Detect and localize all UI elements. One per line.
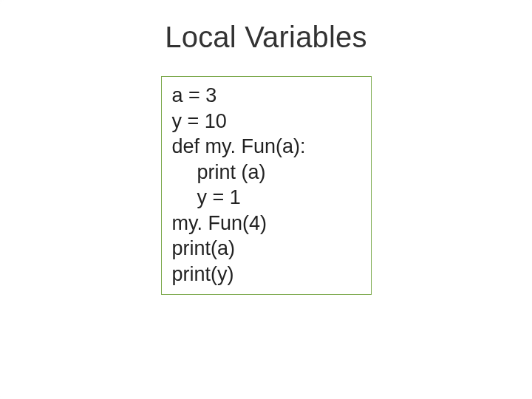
code-line: y = 10 [172, 109, 361, 134]
code-line: print(y) [172, 262, 361, 287]
code-line: print (a) [172, 160, 361, 185]
slide: Local Variables a = 3 y = 10 def my. Fun… [0, 0, 532, 399]
code-box: a = 3 y = 10 def my. Fun(a): print (a) y… [161, 76, 372, 295]
code-line: my. Fun(4) [172, 211, 361, 236]
code-line: print(a) [172, 236, 361, 262]
code-line: y = 1 [172, 185, 361, 211]
code-line: a = 3 [172, 83, 361, 109]
slide-title: Local Variables [165, 21, 367, 54]
code-line: def my. Fun(a): [172, 134, 361, 160]
